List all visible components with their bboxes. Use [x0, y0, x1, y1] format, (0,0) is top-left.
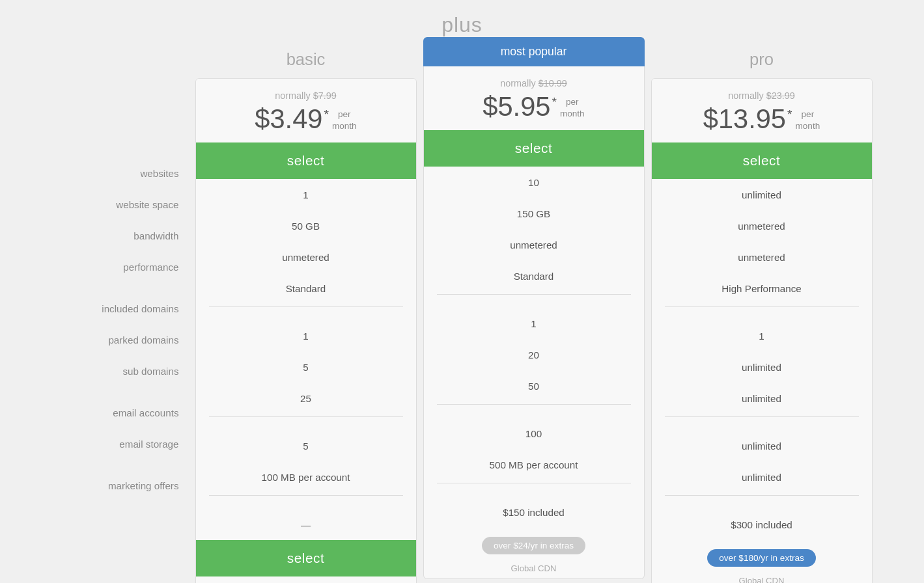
plan-plus-sub-domains: 50	[424, 370, 644, 401]
plan-pro-parked-domains: unlimited	[652, 351, 872, 383]
plan-basic-features: 1 50 GB unmetered Standard 1 5 25 5 100 …	[196, 179, 416, 540]
plan-basic-card: normally $7.99 $3.49 * permonth select 1…	[195, 78, 417, 583]
pricing-page: plus websites website space bandwidth pe…	[7, 13, 917, 583]
label-parked-domains: parked domains	[108, 324, 178, 355]
plan-pro-bottom-label: Global CDN	[739, 576, 785, 583]
plan-pro-div3	[652, 498, 872, 509]
plan-plus-old-price: $10.99	[539, 78, 567, 88]
plan-plus-divider-1	[437, 294, 631, 295]
plan-pro-extras-badge: over $180/yr in extras	[707, 549, 816, 567]
plan-pro-divider-1	[665, 306, 859, 307]
label-spacer-websites: websites	[140, 157, 178, 189]
plan-basic-div2	[196, 420, 416, 430]
plan-pro-name: pro	[651, 44, 873, 78]
plan-basic-bottom: Global CDN	[196, 576, 416, 583]
plan-pro-email-storage: unlimited	[652, 461, 872, 493]
plan-basic: basic normally $7.99 $3.49 * permonth se…	[195, 44, 417, 583]
plan-plus-website-space: 150 GB	[424, 198, 644, 229]
plan-plus-select-top[interactable]: select	[424, 130, 644, 167]
plan-basic-bandwidth: unmetered	[196, 241, 416, 273]
label-marketing-offers: marketing offers	[108, 470, 179, 501]
plan-pro-sub-domains: unlimited	[652, 383, 872, 414]
plan-basic-included-domains: 1	[196, 320, 416, 351]
plan-plus-normally: normally $10.99	[437, 78, 631, 88]
plan-basic-performance: Standard	[196, 273, 416, 304]
plan-plus-email-storage: 500 MB per account	[424, 449, 644, 480]
plan-pro-header: pro	[651, 44, 873, 78]
plan-plus-div3	[424, 486, 644, 496]
plan-basic-name: basic	[195, 44, 417, 78]
plan-plus-price-amount: $5.95	[483, 91, 550, 122]
plan-pro-performance: High Performance	[652, 273, 872, 304]
plan-pro-included-domains: 1	[652, 320, 872, 351]
plans-container: websites website space bandwidth perform…	[7, 44, 917, 583]
plan-pro-select-top[interactable]: select	[652, 142, 872, 179]
plan-pro-old-price: $23.99	[766, 90, 795, 101]
plan-pro-div2	[652, 420, 872, 430]
plan-basic-marketing-offers: —	[196, 509, 416, 540]
plan-pro-websites: unlimited	[652, 179, 872, 210]
label-sub-domains: sub domains	[122, 355, 178, 386]
plan-pro-marketing-offers: $300 included	[652, 509, 872, 540]
plan-pro-price-main: $13.95 * permonth	[665, 103, 859, 135]
plan-basic-asterisk: *	[324, 107, 328, 122]
group-title: plus	[441, 13, 483, 37]
plan-basic-select-bottom[interactable]: select	[196, 540, 416, 576]
plan-basic-divider-2	[209, 416, 403, 417]
plan-pro-divider-2	[665, 416, 859, 417]
plan-pro-bandwidth: unmetered	[652, 241, 872, 273]
plan-pro-per: permonth	[795, 109, 820, 131]
label-performance: performance	[123, 251, 178, 282]
plan-basic-price-section: normally $7.99 $3.49 * permonth	[196, 79, 416, 142]
plan-plus-email-accounts: 100	[424, 418, 644, 449]
plan-plus-price-main: $5.95 * permonth	[437, 91, 631, 122]
plan-basic-normally: normally $7.99	[209, 90, 403, 101]
plan-plus-bandwidth: unmetered	[424, 229, 644, 260]
plan-plus-features: 10 150 GB unmetered Standard 1 20 50 100…	[424, 167, 644, 528]
plan-basic-email-storage: 100 MB per account	[196, 461, 416, 493]
plan-plus-divider-2	[437, 404, 631, 405]
plan-plus-div1	[424, 297, 644, 308]
plan-pro-normally: normally $23.99	[665, 90, 859, 101]
plan-basic-email-accounts: 5	[196, 430, 416, 461]
plan-basic-websites: 1	[196, 179, 416, 210]
plan-pro-features: unlimited unmetered unmetered High Perfo…	[652, 179, 872, 540]
plan-pro-price-section: normally $23.99 $13.95 * permonth	[652, 79, 872, 142]
plan-plus-header: most popular	[423, 37, 645, 66]
plan-basic-old-price: $7.99	[313, 90, 337, 101]
plan-plus-performance: Standard	[424, 260, 644, 292]
plan-plus-per: permonth	[560, 96, 585, 119]
plan-plus: most popular normally $10.99 $5.95 * per…	[423, 37, 645, 579]
plan-basic-div1	[196, 310, 416, 320]
plan-basic-per: permonth	[332, 109, 357, 131]
plan-basic-price-main: $3.49 * permonth	[209, 103, 403, 135]
label-bandwidth: bandwidth	[133, 220, 178, 251]
plan-plus-extras-badge: over $24/yr in extras	[482, 537, 585, 554]
plan-basic-website-space: 50 GB	[196, 210, 416, 241]
plan-basic-header: basic	[195, 44, 417, 78]
plan-plus-bottom: over $24/yr in extras Global CDN	[424, 528, 644, 578]
plan-basic-div3	[196, 498, 416, 509]
plan-basic-sub-domains: 25	[196, 383, 416, 414]
label-included-domains: included domains	[102, 293, 178, 324]
plan-plus-bottom-label: Global CDN	[511, 563, 557, 573]
plan-basic-select-top[interactable]: select	[196, 142, 416, 179]
label-email-accounts: email accounts	[113, 397, 178, 428]
plan-pro-asterisk: *	[787, 107, 792, 122]
plan-plus-included-domains: 1	[424, 308, 644, 339]
plan-plus-parked-domains: 20	[424, 339, 644, 370]
plan-basic-parked-domains: 5	[196, 351, 416, 383]
plan-plus-divider-3	[437, 483, 631, 483]
plan-plus-popular-badge: most popular	[423, 37, 645, 66]
plan-pro-card: normally $23.99 $13.95 * permonth select…	[651, 78, 873, 583]
plan-pro-bottom: over $180/yr in extras Global CDN	[652, 540, 872, 583]
plan-basic-price-amount: $3.49	[255, 103, 322, 135]
label-website-space: website space	[116, 189, 178, 220]
plan-pro-website-space: unmetered	[652, 210, 872, 241]
plan-pro-divider-3	[665, 495, 859, 496]
plan-pro: pro normally $23.99 $13.95 * permonth se…	[651, 44, 873, 583]
label-email-storage: email storage	[119, 428, 178, 459]
feature-labels-column: websites website space bandwidth perform…	[49, 44, 192, 501]
plan-pro-price-amount: $13.95	[703, 103, 786, 135]
plan-plus-div2	[424, 407, 644, 418]
